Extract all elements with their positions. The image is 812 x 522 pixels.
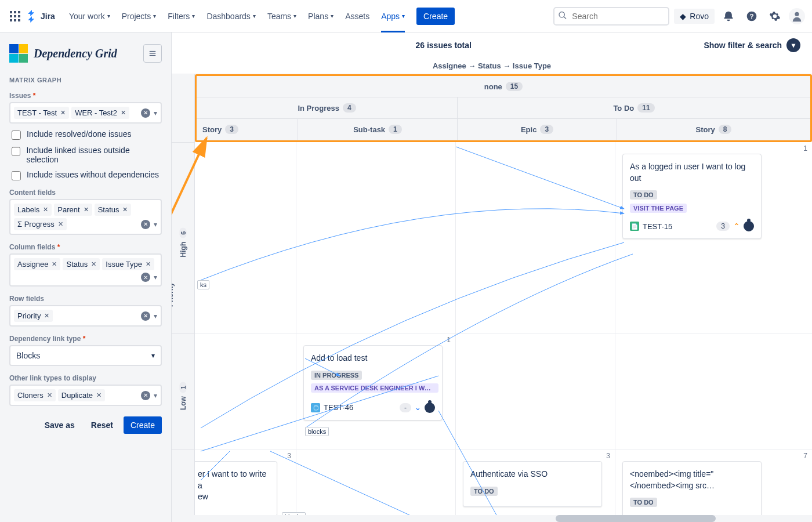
remove-chip-icon[interactable]: ✕: [60, 109, 66, 117]
svg-rect-8: [18, 19, 20, 21]
remove-chip-icon[interactable]: ✕: [47, 392, 52, 399]
remove-chip-icon[interactable]: ✕: [84, 206, 89, 213]
jira-logo[interactable]: Jira: [26, 9, 55, 23]
save-as-button[interactable]: Save as: [39, 416, 81, 434]
status-lozenge: TO DO: [630, 498, 657, 507]
remove-chip-icon[interactable]: ✕: [52, 260, 57, 268]
chip-assignee[interactable]: Assignee✕: [14, 258, 60, 270]
settings-icon[interactable]: [766, 7, 784, 26]
clear-all-icon[interactable]: ✕: [141, 391, 150, 400]
remove-chip-icon[interactable]: ✕: [44, 312, 49, 320]
remove-chip-icon[interactable]: ✕: [43, 206, 48, 213]
help-icon[interactable]: ?: [742, 7, 761, 26]
row-fields-label: Row fields: [9, 295, 162, 303]
nav-teams[interactable]: Teams▾: [263, 8, 301, 24]
issue-card-partial[interactable]: er I want to to write aew: [195, 461, 277, 515]
chip-status[interactable]: Status✕: [63, 258, 100, 270]
nav-assets[interactable]: Assets: [340, 8, 374, 24]
chip-wer[interactable]: WER - Test2✕: [71, 107, 129, 119]
global-search[interactable]: [553, 7, 669, 26]
remove-chip-icon[interactable]: ✕: [91, 260, 96, 268]
horizontal-scrollbar[interactable]: [172, 515, 812, 522]
rovo-button[interactable]: ◆ Rovo: [674, 9, 715, 24]
chip-test[interactable]: TEST - Test✕: [14, 107, 69, 119]
clear-all-icon[interactable]: ✕: [141, 273, 150, 282]
other-link-select[interactable]: Cloners✕ Duplicate✕ ✕▾: [9, 385, 162, 406]
nav-your-work[interactable]: Your work▾: [64, 8, 115, 24]
remove-chip-icon[interactable]: ✕: [146, 260, 151, 268]
nav-dashboards[interactable]: Dashboards▾: [202, 8, 260, 24]
chip-status[interactable]: Status✕: [95, 204, 132, 216]
row-fields-select[interactable]: Priority✕ ✕▾: [9, 305, 162, 327]
sidebar-create-button[interactable]: Create: [124, 416, 162, 434]
svg-text:?: ?: [749, 12, 753, 20]
nav-plans[interactable]: Plans▾: [303, 8, 338, 24]
dropdown-icon[interactable]: ▾: [154, 392, 157, 400]
search-icon: [558, 10, 567, 21]
nav-projects[interactable]: Projects▾: [117, 8, 161, 24]
grid-row-3: 3 er I want to to write aew 3 Authentica…: [195, 449, 812, 515]
cb-linked-outside-input[interactable]: [12, 147, 20, 156]
grid-row-high: 1 As a logged in user I want to log out …: [195, 142, 812, 334]
cb-resolved[interactable]: Include resolved/done issues: [12, 129, 160, 140]
issue-key[interactable]: TEST-15: [643, 222, 672, 231]
issue-count: 26 issues total: [415, 41, 472, 50]
remove-chip-icon[interactable]: ✕: [96, 392, 102, 399]
issue-card-noembed[interactable]: <noembed><img title="</noembed><img src……: [622, 461, 762, 515]
dep-link-select[interactable]: Blocks▾: [9, 345, 162, 366]
column-fields-select[interactable]: Assignee✕ Status✕ Issue Type✕ ✕▾: [9, 253, 162, 287]
chip-duplicate[interactable]: Duplicate✕: [58, 389, 105, 401]
remove-chip-icon[interactable]: ✕: [58, 220, 63, 228]
nav-apps[interactable]: Apps▾: [376, 8, 409, 24]
dropdown-icon[interactable]: ▾: [154, 312, 157, 320]
grid-body[interactable]: none15 In Progress4 To Do11 Story3 Sub-t…: [195, 74, 812, 515]
issue-card-test-46[interactable]: Add to load test IN PROGRESS AS A SERVIC…: [303, 345, 443, 420]
assignee-avatar[interactable]: [425, 403, 435, 413]
row-high: High6: [179, 231, 187, 253]
notifications-icon[interactable]: [719, 7, 738, 26]
svg-point-9: [559, 12, 564, 17]
svg-line-10: [564, 16, 566, 19]
user-avatar[interactable]: [789, 8, 805, 24]
clear-all-icon[interactable]: ✕: [141, 108, 150, 118]
content-fields-select[interactable]: Labels✕ Parent✕ Status✕ Σ Progress✕ ✕▾: [9, 199, 162, 235]
chip-cloners[interactable]: Cloners✕: [14, 389, 56, 401]
column-fields-label: Column fields *: [9, 243, 162, 251]
assignee-avatar[interactable]: [744, 221, 754, 231]
cb-resolved-input[interactable]: [12, 130, 21, 140]
cb-without-deps-input[interactable]: [12, 171, 21, 180]
reset-button[interactable]: Reset: [85, 416, 119, 434]
chip-progress[interactable]: Σ Progress✕: [14, 218, 67, 230]
chip-issue-type[interactable]: Issue Type✕: [102, 258, 154, 270]
chip-labels[interactable]: Labels✕: [14, 204, 52, 216]
create-button[interactable]: Create: [416, 8, 455, 25]
issue-card-sso[interactable]: Authenticate via SSO TO DO: [463, 461, 602, 507]
app-switcher-icon[interactable]: [7, 8, 23, 24]
remove-chip-icon[interactable]: ✕: [122, 206, 128, 213]
row-low: Low1: [179, 385, 187, 407]
cb-without-deps[interactable]: Include issues without dependencies: [12, 170, 160, 180]
issue-key[interactable]: TEST-46: [324, 403, 353, 412]
sidebar-menu-icon[interactable]: [143, 44, 162, 63]
dropdown-icon[interactable]: ▾: [154, 220, 157, 229]
dropdown-icon[interactable]: ▾: [154, 109, 157, 117]
dropdown-icon[interactable]: ▾: [151, 351, 155, 360]
chip-parent[interactable]: Parent✕: [54, 204, 92, 216]
issue-title: <noembed><img title="</noembed><img src…: [630, 469, 754, 491]
show-filter-button[interactable]: Show filter & search ▾: [704, 38, 800, 52]
cb-linked-outside[interactable]: Include linked issues outside selection: [12, 146, 160, 164]
chip-priority[interactable]: Priority✕: [14, 310, 53, 322]
nav-filters[interactable]: Filters▾: [163, 8, 200, 24]
status-lozenge: TO DO: [630, 190, 657, 200]
clear-all-icon[interactable]: ✕: [141, 311, 150, 321]
dropdown-icon[interactable]: ▾: [154, 273, 157, 281]
clear-all-icon[interactable]: ✕: [141, 220, 150, 229]
link-tag-blocks: blocks: [282, 512, 306, 515]
svg-rect-3: [10, 15, 12, 17]
issue-card-test-15[interactable]: As a logged in user I want to log out TO…: [622, 154, 762, 239]
issues-select[interactable]: TEST - Test✕ WER - Test2✕ ✕▾: [9, 102, 162, 124]
rovo-icon: ◆: [680, 12, 686, 21]
priority-high-icon: ⌃: [733, 222, 740, 231]
search-input[interactable]: [553, 7, 669, 26]
remove-chip-icon[interactable]: ✕: [121, 109, 126, 117]
